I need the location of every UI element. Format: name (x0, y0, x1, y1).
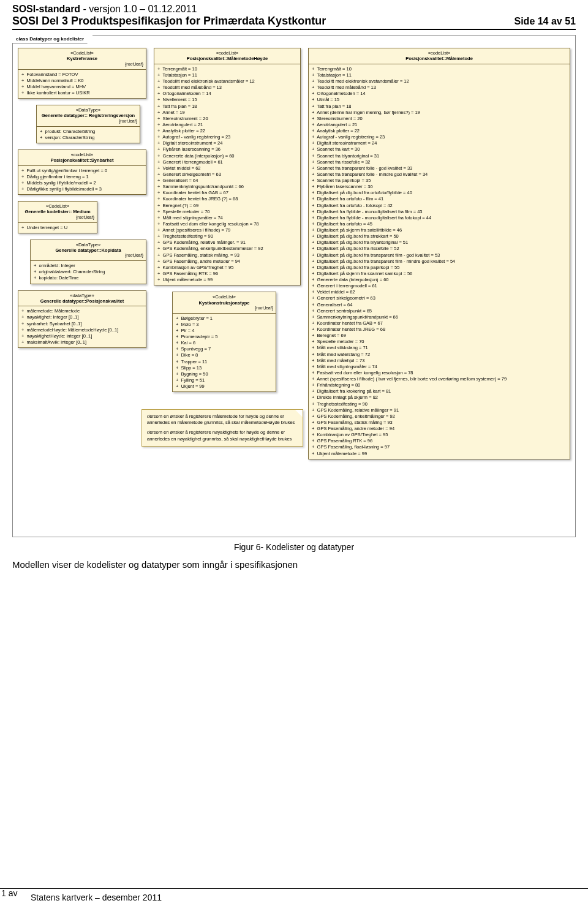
attribute-line: GPS Kodemåling, enkeltmålinger = 92 (312, 414, 567, 420)
attribute-line: Sammenknytningspunkt/randpunkt = 66 (312, 314, 567, 320)
class-synbarhet: «codeList»Posisjonskvalitet::Synbarhet F… (18, 149, 146, 195)
attribute-line: Terrengmålt = 10 (157, 66, 297, 72)
attribute-line: Digitalisert fra krokering på kart = 81 (312, 388, 567, 395)
attribute-line: Under terrenget = U (21, 225, 94, 231)
attribute-line: Målt med waterstang = 72 (312, 352, 567, 358)
attribute-line: Flybåren laserscanning = 36 (157, 146, 297, 153)
attribute-line: Analytisk plotter = 22 (312, 128, 567, 134)
attribute-line: maksimaltAvvik: integer [0..1] (21, 339, 143, 346)
header-main: SOSI Del 3 Produktspesifikasjon for Prim… (12, 15, 326, 28)
attribute-line: Digitalisert fra flybilde - monodigitali… (312, 209, 567, 215)
attribute-line: Generert sirkelgeometri = 63 (312, 295, 567, 301)
attribute-line: Beregnet = 69 (312, 333, 567, 339)
class-kystkonstruksjonstype: «CodeList»Kystkonstruksjonstype{root,lea… (172, 292, 276, 392)
attribute-line: Koordinater hentet fra GAB = 67 (312, 320, 567, 327)
attribute-line: GPS Fasemåling, statisk måling = 93 (312, 420, 567, 426)
attribute-line: Fullt ut synlig/gjenfinnbar i terrenget … (21, 168, 143, 174)
class-kystreferanse: «CodeList»Kystreferanse{root,leaf} Fotov… (18, 48, 146, 99)
attribute-line: Annet (denne har ingen mening, bør fjern… (312, 110, 567, 116)
footer-main: Statens kartverk – desember 2011 (0, 888, 588, 908)
std-version: - versjon 1.0 – 01.12.2011 (80, 4, 197, 14)
attribute-line: Scannet fra kart = 30 (312, 146, 567, 153)
attribute-line: Vektet middel = 62 (312, 289, 567, 295)
attribute-line: Digitalisert på dig.bord fra ortofoto/fl… (312, 190, 567, 196)
footer-left: 1 av (1, 888, 17, 898)
attribute-line: Ukjent målemetode = 99 (157, 277, 297, 283)
attribute-line: nøyaktighetHøyde: integer [0..1] (21, 333, 143, 339)
attribute-line: Scannet fra rissefolie = 32 (312, 159, 567, 165)
attribute-line: Digitalisert på dig.bord fra transparent… (312, 259, 567, 265)
class-registreringsversjon: «DataType»Generelle datatyper:: Registre… (36, 105, 140, 143)
attribute-line: Scannet fra papirkopi = 35 (312, 178, 567, 184)
attribute-line: Vektet middel = 62 (157, 165, 297, 172)
attribute-line: Autograf - vanlig registrering = 23 (312, 134, 567, 140)
attribute-line: Slipp = 13 (176, 365, 273, 371)
attribute-line: Fotovannstand = FOTOV (21, 72, 143, 78)
attribute-line: Målt med stigningsmåler = 74 (312, 364, 567, 370)
std-name: SOSI-standard (12, 4, 80, 14)
body-text: Modellen viser de kodelister og datatype… (12, 559, 576, 570)
attribute-line: Digitalisert på dig.bord fra blyantorigi… (312, 240, 567, 246)
attribute-line: Digitalisert på dig.bord fra papirkopi =… (312, 265, 567, 271)
attribute-line: Teodolitt med målebånd = 13 (157, 85, 297, 91)
attribute-line: Generalisert = 64 (312, 302, 567, 308)
attribute-line: Totalstasjon = 11 (157, 72, 297, 78)
attribute-line: Direkte innlagt på skjerm = 82 (312, 395, 567, 401)
attribute-line: versjon: CharacterString (40, 135, 137, 141)
attribute-line: Scannet fra transparent folie - mindre g… (312, 172, 567, 178)
attribute-line: Middel høyvannstand = MHV (21, 84, 143, 90)
attribute-line: Annet (spesifiseres i filhode) ( bør vel… (312, 376, 567, 382)
attribute-line: Ikke kontrollert kontur = USIKR (21, 90, 143, 96)
attribute-line: Aerotriangulert = 21 (157, 122, 297, 128)
attribute-line: Middelvann normalnull = K0 (21, 78, 143, 84)
attribute-line: Annet = 19 (157, 110, 297, 116)
attribute-line: Middels synlig i flybilde/modell = 2 (21, 180, 143, 186)
attribute-line: GPS Fasemåling, statisk måling. = 93 (157, 252, 297, 259)
attribute-line: Målt med målehjul = 73 (312, 358, 567, 364)
attribute-line: Generert sirkelgeometri = 63 (157, 172, 297, 178)
attribute-line: nøyaktighet: Integer [0..1] (21, 314, 143, 320)
attribute-line: Stereoinstrument = 20 (312, 116, 567, 122)
note-p1: dersom en ønsker å registerere målemetod… (147, 414, 298, 426)
attribute-line: Bygning = 50 (176, 371, 273, 377)
header-side: Side 14 av 51 (514, 16, 576, 27)
attribute-line: Digitalisert på dig.bord fra transparent… (312, 252, 567, 259)
header-top: SOSI-standard - versjon 1.0 – 01.12.2011 (12, 4, 576, 15)
attribute-line: Genererte data (interpolasjon) = 60 (312, 277, 567, 283)
attribute-line: GPS Fasemåling, float-løsning = 97 (312, 444, 567, 450)
attribute-line: Koordinater hentet fra JREG (?) = 68 (157, 196, 297, 202)
attribute-line: Kombinasjon av GPS/Treghet = 95 (157, 265, 297, 271)
attribute-line: Generert i terrengmodell = 61 (157, 159, 297, 165)
attribute-line: Spesielle metoder = 70 (312, 339, 567, 345)
attribute-line: Aerotriangulert = 21 (312, 122, 567, 128)
attribute-line: GPS Kodemåling, enkeltpunktbestemmelser … (157, 246, 297, 252)
attribute-line: produkt: CharacterString (40, 129, 137, 135)
attribute-line: Digitalisert fra ortofoto - fotokopi = 4… (312, 203, 567, 209)
attribute-line: Digitalisert fra flybilde - monodigitali… (312, 215, 567, 221)
attribute-line: Digitalisert på dig.bord fra strekkart =… (312, 233, 567, 240)
attribute-line: Digitalt stereoinstrument = 24 (157, 140, 297, 146)
attribute-line: Fylling = 51 (176, 377, 273, 383)
attribute-line: Digitalisert på dig.bord fra rissefolie … (312, 246, 567, 252)
diagram-title: class Datatyper og kodelister (12, 35, 93, 43)
class-malemetode-hoyde: «codeList»Posisjonskvalitet::MålemetodeH… (154, 48, 301, 285)
attribute-line: Molo = 3 (176, 322, 273, 328)
attribute-line: Teodolitt med elektronisk avstandsmåler … (157, 78, 297, 85)
attribute-line: Spuntvegg = 7 (176, 346, 273, 352)
attribute-line: Målt med stikkstang = 71 (312, 345, 567, 351)
attribute-line: Spesielle metoder = 70 (157, 209, 297, 215)
note-p2: dersom en ønsker å registerere nøyaktigh… (147, 429, 298, 442)
attribute-line: Koordinater hentet fra JREG = 68 (312, 327, 567, 333)
attribute-line: GPS Fasemåling RTK = 96 (312, 438, 567, 444)
attribute-line: Treghetsstedfesting = 90 (157, 233, 297, 240)
attribute-line: Nivellement = 15 (157, 97, 297, 103)
class-posisjonskvalitet: «dataType»Generelle datatyper::Posisjons… (18, 290, 146, 349)
attribute-line: GPS Kodemåling, relative målinger = 91 (312, 407, 567, 414)
attribute-line: målemetode: Målemetode (21, 308, 143, 314)
attribute-line: Beregnet (?) = 69 (157, 203, 297, 209)
class-kopidata: «DataType»Generelle datatyper::Kopidata{… (30, 240, 146, 284)
attribute-line: Ukjent målemetode = 99 (312, 451, 567, 457)
attribute-line: Digitalisert fra ortofoto = 45 (312, 221, 567, 227)
attribute-line: Stereoinstrument = 20 (157, 116, 297, 122)
attribute-line: Kombinasjon av GPS/Treghet = 95 (312, 432, 567, 438)
